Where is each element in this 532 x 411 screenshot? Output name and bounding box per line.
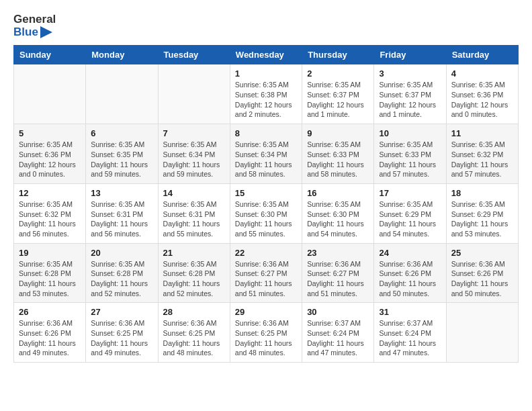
svg-marker-0: [40, 26, 52, 38]
calendar-cell: 28Sunrise: 6:36 AM Sunset: 6:25 PM Dayli…: [158, 303, 230, 363]
calendar-cell: [86, 64, 158, 124]
day-info: Sunrise: 6:36 AM Sunset: 6:26 PM Dayligh…: [379, 259, 441, 299]
calendar-cell: 3Sunrise: 6:35 AM Sunset: 6:37 PM Daylig…: [374, 64, 446, 124]
day-number: 17: [379, 188, 441, 198]
calendar-cell: 29Sunrise: 6:36 AM Sunset: 6:25 PM Dayli…: [230, 303, 302, 363]
day-number: 9: [307, 128, 369, 138]
day-info: Sunrise: 6:35 AM Sunset: 6:29 PM Dayligh…: [379, 199, 441, 239]
column-header-friday: Friday: [374, 46, 446, 64]
calendar-cell: 14Sunrise: 6:35 AM Sunset: 6:31 PM Dayli…: [158, 183, 230, 243]
day-number: 14: [163, 188, 225, 198]
calendar-cell: 18Sunrise: 6:35 AM Sunset: 6:29 PM Dayli…: [446, 183, 518, 243]
calendar-cell: 6Sunrise: 6:35 AM Sunset: 6:35 PM Daylig…: [86, 124, 158, 184]
day-number: 18: [451, 188, 513, 198]
day-info: Sunrise: 6:36 AM Sunset: 6:27 PM Dayligh…: [235, 259, 297, 299]
day-number: 7: [163, 128, 225, 138]
calendar-cell: 31Sunrise: 6:37 AM Sunset: 6:24 PM Dayli…: [374, 303, 446, 363]
column-header-sunday: Sunday: [14, 46, 86, 64]
day-info: Sunrise: 6:35 AM Sunset: 6:28 PM Dayligh…: [19, 259, 81, 299]
day-info: Sunrise: 6:35 AM Sunset: 6:37 PM Dayligh…: [379, 80, 441, 120]
day-number: 3: [379, 68, 441, 79]
day-info: Sunrise: 6:35 AM Sunset: 6:38 PM Dayligh…: [235, 80, 297, 120]
calendar-cell: 30Sunrise: 6:37 AM Sunset: 6:24 PM Dayli…: [302, 303, 374, 363]
day-number: 24: [379, 248, 441, 258]
day-info: Sunrise: 6:36 AM Sunset: 6:27 PM Dayligh…: [307, 259, 369, 299]
logo-arrow-icon: [40, 26, 52, 38]
calendar-cell: 7Sunrise: 6:35 AM Sunset: 6:34 PM Daylig…: [158, 124, 230, 184]
day-info: Sunrise: 6:35 AM Sunset: 6:35 PM Dayligh…: [91, 140, 152, 179]
day-info: Sunrise: 6:35 AM Sunset: 6:30 PM Dayligh…: [307, 199, 369, 239]
day-info: Sunrise: 6:35 AM Sunset: 6:31 PM Dayligh…: [163, 199, 225, 239]
calendar-cell: 4Sunrise: 6:35 AM Sunset: 6:36 PM Daylig…: [446, 64, 518, 124]
calendar-table: SundayMondayTuesdayWednesdayThursdayFrid…: [13, 45, 519, 363]
day-info: Sunrise: 6:35 AM Sunset: 6:36 PM Dayligh…: [451, 80, 513, 120]
day-number: 16: [307, 188, 369, 198]
day-number: 6: [91, 128, 152, 138]
day-number: 2: [307, 68, 369, 79]
calendar-cell: 5Sunrise: 6:35 AM Sunset: 6:36 PM Daylig…: [14, 124, 86, 184]
day-info: Sunrise: 6:35 AM Sunset: 6:31 PM Dayligh…: [91, 199, 152, 239]
calendar-week-3: 12Sunrise: 6:35 AM Sunset: 6:32 PM Dayli…: [14, 183, 519, 243]
calendar-cell: 20Sunrise: 6:35 AM Sunset: 6:28 PM Dayli…: [86, 243, 158, 303]
logo-general: General: [13, 13, 56, 26]
header: General Blue: [13, 13, 519, 38]
day-info: Sunrise: 6:36 AM Sunset: 6:25 PM Dayligh…: [91, 318, 152, 358]
calendar-cell: 15Sunrise: 6:35 AM Sunset: 6:30 PM Dayli…: [230, 183, 302, 243]
day-number: 26: [19, 307, 81, 317]
column-header-tuesday: Tuesday: [158, 46, 230, 64]
calendar-cell: 19Sunrise: 6:35 AM Sunset: 6:28 PM Dayli…: [14, 243, 86, 303]
calendar-cell: 1Sunrise: 6:35 AM Sunset: 6:38 PM Daylig…: [230, 64, 302, 124]
day-number: 13: [91, 188, 152, 198]
calendar-cell: 16Sunrise: 6:35 AM Sunset: 6:30 PM Dayli…: [302, 183, 374, 243]
day-number: 31: [379, 307, 441, 317]
day-number: 8: [235, 128, 297, 138]
day-info: Sunrise: 6:36 AM Sunset: 6:26 PM Dayligh…: [451, 259, 513, 299]
day-info: Sunrise: 6:35 AM Sunset: 6:37 PM Dayligh…: [307, 80, 369, 120]
calendar-cell: 10Sunrise: 6:35 AM Sunset: 6:33 PM Dayli…: [374, 124, 446, 184]
day-number: 20: [91, 248, 152, 258]
day-info: Sunrise: 6:37 AM Sunset: 6:24 PM Dayligh…: [379, 318, 441, 358]
day-info: Sunrise: 6:35 AM Sunset: 6:34 PM Dayligh…: [235, 140, 297, 179]
calendar-cell: 24Sunrise: 6:36 AM Sunset: 6:26 PM Dayli…: [374, 243, 446, 303]
calendar-header-row: SundayMondayTuesdayWednesdayThursdayFrid…: [14, 46, 519, 64]
day-number: 27: [91, 307, 152, 317]
calendar-cell: 11Sunrise: 6:35 AM Sunset: 6:32 PM Dayli…: [446, 124, 518, 184]
day-number: 10: [379, 128, 441, 138]
day-number: 15: [235, 188, 297, 198]
day-info: Sunrise: 6:35 AM Sunset: 6:29 PM Dayligh…: [451, 199, 513, 239]
calendar-cell: 9Sunrise: 6:35 AM Sunset: 6:33 PM Daylig…: [302, 124, 374, 184]
calendar-cell: 17Sunrise: 6:35 AM Sunset: 6:29 PM Dayli…: [374, 183, 446, 243]
calendar-cell: [446, 303, 518, 363]
day-number: 11: [451, 128, 513, 138]
column-header-saturday: Saturday: [446, 46, 518, 64]
calendar-cell: 12Sunrise: 6:35 AM Sunset: 6:32 PM Dayli…: [14, 183, 86, 243]
logo-text: General Blue: [13, 13, 56, 38]
day-info: Sunrise: 6:35 AM Sunset: 6:36 PM Dayligh…: [19, 140, 81, 179]
calendar-cell: 22Sunrise: 6:36 AM Sunset: 6:27 PM Dayli…: [230, 243, 302, 303]
day-info: Sunrise: 6:35 AM Sunset: 6:32 PM Dayligh…: [19, 199, 81, 239]
day-number: 5: [19, 128, 81, 138]
column-header-thursday: Thursday: [302, 46, 374, 64]
calendar-cell: 8Sunrise: 6:35 AM Sunset: 6:34 PM Daylig…: [230, 124, 302, 184]
calendar-cell: 21Sunrise: 6:35 AM Sunset: 6:28 PM Dayli…: [158, 243, 230, 303]
calendar-cell: 2Sunrise: 6:35 AM Sunset: 6:37 PM Daylig…: [302, 64, 374, 124]
calendar-cell: 27Sunrise: 6:36 AM Sunset: 6:25 PM Dayli…: [86, 303, 158, 363]
column-header-monday: Monday: [86, 46, 158, 64]
logo-blue: Blue: [13, 26, 56, 39]
day-number: 21: [163, 248, 225, 258]
day-number: 29: [235, 307, 297, 317]
calendar-cell: [158, 64, 230, 124]
calendar-cell: 26Sunrise: 6:36 AM Sunset: 6:26 PM Dayli…: [14, 303, 86, 363]
day-number: 30: [307, 307, 369, 317]
day-info: Sunrise: 6:35 AM Sunset: 6:28 PM Dayligh…: [163, 259, 225, 299]
day-number: 4: [451, 68, 513, 79]
calendar-week-2: 5Sunrise: 6:35 AM Sunset: 6:36 PM Daylig…: [14, 124, 519, 184]
day-number: 25: [451, 248, 513, 258]
day-number: 1: [235, 68, 297, 79]
day-info: Sunrise: 6:35 AM Sunset: 6:28 PM Dayligh…: [91, 259, 152, 299]
day-info: Sunrise: 6:36 AM Sunset: 6:25 PM Dayligh…: [163, 318, 225, 358]
day-info: Sunrise: 6:37 AM Sunset: 6:24 PM Dayligh…: [307, 318, 369, 358]
day-number: 23: [307, 248, 369, 258]
day-info: Sunrise: 6:35 AM Sunset: 6:34 PM Dayligh…: [163, 140, 225, 179]
day-info: Sunrise: 6:36 AM Sunset: 6:26 PM Dayligh…: [19, 318, 81, 358]
